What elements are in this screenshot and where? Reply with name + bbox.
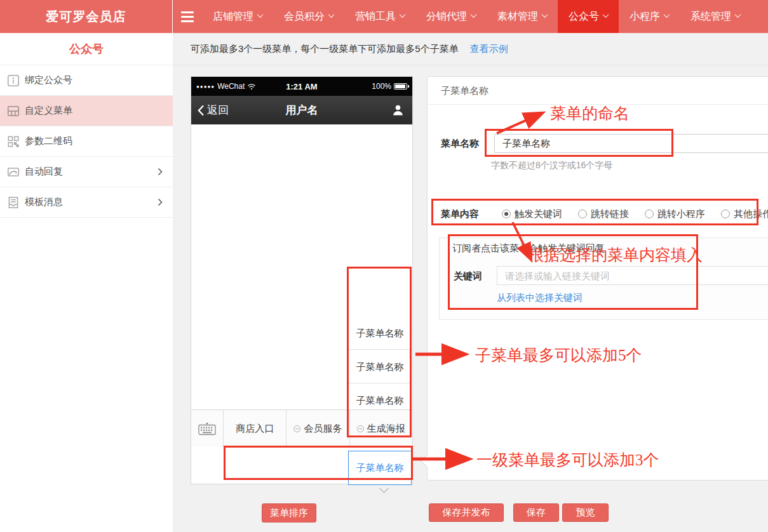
chevron-down-icon (603, 11, 609, 18)
sidebar-item-custom-menu[interactable]: 自定义菜单 (0, 96, 173, 126)
divider (428, 104, 768, 105)
menu-name-hint: 字数不超过8个汉字或16个字母 (491, 160, 612, 171)
preview-button[interactable]: 预览 (562, 503, 609, 522)
sidebar-item-template-message[interactable]: 模板消息 (0, 187, 173, 218)
template-message-icon (6, 196, 20, 209)
sidebar-item-bind-official-account[interactable]: 绑定公众号 (0, 65, 173, 96)
save-button[interactable]: 保存 (513, 503, 559, 522)
submenu-item[interactable]: 子菜单名称 (348, 316, 412, 350)
sidebar-title: 公众号 (0, 33, 173, 65)
collapse-circle-icon (293, 425, 300, 432)
submenu-stack: 子菜单名称 子菜单名称 子菜单名称 子菜单名称 子菜单名称 (348, 316, 412, 485)
top-menu-shop-entry[interactable]: 商店入口 (224, 410, 286, 447)
save-and-publish-button[interactable]: 保存并发布 (429, 503, 504, 522)
nav-menu: 店铺管理 会员积分 营销工具 分销代理 素材管理 公众号 小程序 系统管理 (173, 0, 768, 33)
radio-trigger-keyword[interactable]: 触发关键词 (502, 208, 562, 220)
radio-icon (502, 209, 511, 218)
radio-jump-link[interactable]: 跳转链接 (578, 208, 629, 220)
phone-preview: ●●●●● WeChat 1:21 AM 100% 返回 用户名 子菜单名称 子… (191, 76, 413, 484)
keyword-note: 订阅者点击该菜单会触发关键词回复 (452, 243, 605, 255)
menu-label: 生成海报 (367, 423, 405, 435)
radio-other-action[interactable]: 其他操作 (721, 208, 768, 220)
chevron-down-icon (735, 11, 741, 18)
page-hint: 可添加最多3个一级菜单，每个一级菜单下可添加最多5个子菜单 查看示例 (173, 33, 768, 65)
brand-title: 爱可罗会员店 (0, 0, 173, 33)
sidebar: 公众号 绑定公众号 自定义菜单 参数二维码 自动回复 模板消息 (0, 33, 173, 532)
battery-percent-label: 100% (372, 82, 391, 91)
menu-name-input[interactable] (494, 134, 768, 153)
top-navbar: 爱可罗会员店 店铺管理 会员积分 营销工具 分销代理 素材管理 公众号 小程序 … (0, 0, 768, 33)
nav-item-official-account[interactable]: 公众号 (558, 0, 619, 33)
nav-item-system-management[interactable]: 系统管理 (680, 0, 751, 33)
menu-content-radio-group: 触发关键词 跳转链接 跳转小程序 其他操作 (502, 208, 768, 220)
battery-icon (394, 83, 407, 90)
keyword-label: 关键词 (454, 270, 482, 283)
radio-icon (721, 209, 730, 218)
info-icon (6, 74, 20, 88)
menu-label: 商店入口 (236, 423, 274, 435)
chevron-down-icon (328, 11, 335, 18)
sidebar-item-label: 自定义菜单 (25, 105, 72, 117)
keyboard-icon (198, 422, 216, 436)
phone-nav-bar: 返回 用户名 (191, 96, 412, 124)
nav-item-member-points[interactable]: 会员积分 (273, 0, 344, 33)
chevron-down-icon (664, 11, 670, 18)
menu-edit-panel: 子菜单名称 菜单名称 字数不超过8个汉字或16个字母 菜单内容 触发关键词 跳转… (427, 76, 768, 481)
menu-layout-icon (6, 104, 20, 118)
sidebar-item-auto-reply[interactable]: 自动回复 (0, 157, 173, 187)
phone-status-bar: ●●●●● WeChat 1:21 AM 100% (191, 77, 412, 96)
menu-label: 会员服务 (304, 423, 342, 435)
hint-text: 可添加最多3个一级菜单，每个一级菜单下可添加最多5个子菜单 (191, 43, 459, 55)
radio-icon (578, 209, 587, 218)
qrcode-icon (6, 135, 20, 149)
chevron-right-icon (158, 168, 163, 176)
panel-bubble-tail (421, 455, 433, 467)
chevron-down-icon (542, 11, 548, 18)
menu-sort-button[interactable]: 菜单排序 (262, 503, 316, 522)
nav-item-mini-program[interactable]: 小程序 (619, 0, 680, 33)
menu-content-label: 菜单内容 (441, 208, 488, 220)
nav-item-marketing-tools[interactable]: 营销工具 (344, 0, 415, 33)
menu-name-label: 菜单名称 (441, 138, 479, 150)
keyword-section: 订阅者点击该菜单会触发关键词回复 关键词 从列表中选择关键词 (439, 237, 768, 320)
chevron-down-icon (379, 484, 389, 494)
radio-icon (645, 209, 654, 218)
sidebar-item-parameter-qrcode[interactable]: 参数二维码 (0, 126, 173, 157)
sidebar-item-label: 自动回复 (25, 166, 63, 178)
nav-item-distribution-agent[interactable]: 分销代理 (415, 0, 487, 33)
chevron-down-icon (400, 11, 406, 18)
sidebar-item-label: 模板消息 (25, 196, 63, 208)
chevron-left-icon (198, 105, 205, 116)
nav-item-material-management[interactable]: 素材管理 (487, 0, 558, 33)
sidebar-item-label: 参数二维码 (25, 135, 72, 147)
auto-reply-icon (6, 165, 20, 179)
chevron-down-icon (257, 11, 264, 18)
submenu-item-selected[interactable]: 子菜单名称 (348, 451, 412, 485)
sidebar-item-label: 绑定公众号 (25, 74, 72, 86)
phone-bottom-menu-bar: 商店入口 会员服务 生成海报 (191, 409, 412, 447)
radio-jump-miniprogram[interactable]: 跳转小程序 (645, 208, 705, 220)
collapse-circle-icon (357, 425, 364, 432)
person-icon[interactable] (391, 103, 405, 117)
top-menu-member-service[interactable]: 会员服务 (286, 410, 349, 447)
view-example-link[interactable]: 查看示例 (470, 43, 508, 55)
chevron-down-icon (471, 11, 477, 18)
hamburger-menu-icon[interactable] (173, 0, 202, 33)
keyboard-cell[interactable] (191, 410, 224, 447)
keyword-input[interactable] (497, 266, 768, 285)
menu-content-row: 菜单内容 触发关键词 跳转链接 跳转小程序 其他操作 (441, 201, 768, 227)
top-menu-generate-poster[interactable]: 生成海报 (350, 410, 412, 447)
panel-header: 子菜单名称 (441, 85, 488, 97)
chevron-right-icon (158, 198, 163, 206)
phone-body: 子菜单名称 子菜单名称 子菜单名称 子菜单名称 子菜单名称 商店入口 会员服务 … (191, 124, 412, 447)
back-button[interactable]: 返回 (191, 103, 229, 117)
submenu-item[interactable]: 子菜单名称 (348, 350, 412, 383)
choose-keyword-link[interactable]: 从列表中选择关键词 (497, 292, 583, 304)
nav-item-shop-management[interactable]: 店铺管理 (202, 0, 273, 33)
